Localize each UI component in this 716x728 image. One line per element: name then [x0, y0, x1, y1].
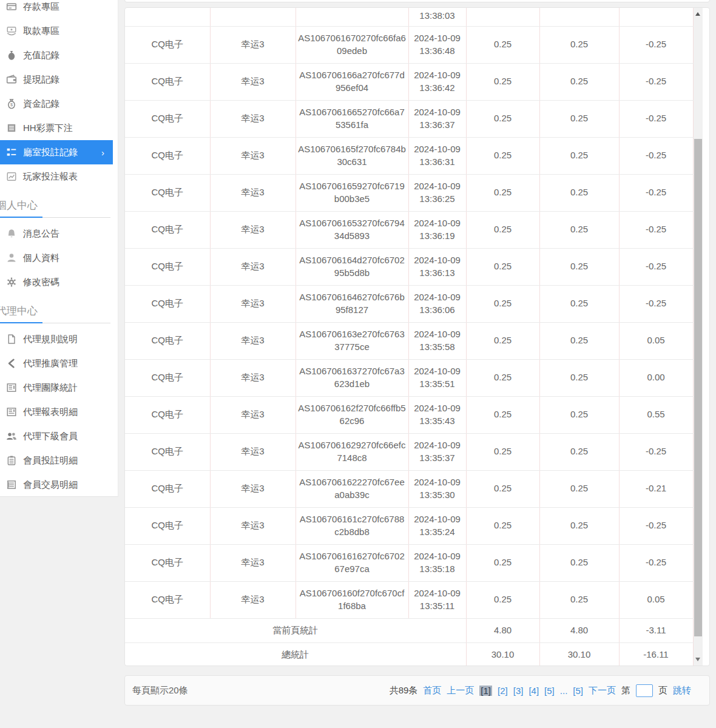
next-page-link[interactable]: 下一页 — [589, 685, 616, 696]
sidebar-sections: 個人中心消息公告個人資料修改密碼代理中心代理規則說明代理推廣管理代理團隊統計代理… — [0, 197, 118, 497]
sidebar-section-title: 個人中心 — [0, 197, 118, 214]
valid-bet-cell: 0.25 — [539, 544, 619, 581]
gear-icon — [6, 277, 17, 288]
bet-amount-cell: 0.25 — [466, 581, 539, 618]
summary-bet-cell: 30.10 — [466, 642, 539, 666]
sidebar-item[interactable]: 玩家投注報表 — [0, 164, 118, 189]
section-underline — [0, 217, 118, 218]
bell-icon — [6, 228, 17, 239]
bet-date: 2024-10-09 — [411, 402, 464, 414]
order-id-cell: AS1067061659270fc6719b00b3e5 — [296, 174, 408, 211]
sidebar-item[interactable]: 消息公告 — [0, 221, 118, 246]
vendor-cell: CQ电子 — [125, 248, 210, 285]
time-cell: 2024-10-0913:36:48 — [408, 26, 466, 63]
time-cell: 2024-10-0913:36:37 — [408, 100, 466, 137]
profit-cell — [619, 8, 693, 26]
bet-time: 13:36:37 — [411, 119, 464, 131]
time-cell: 2024-10-0913:36:19 — [408, 211, 466, 248]
sidebar-item[interactable]: $資金記錄 — [0, 92, 118, 116]
bet-date: 2024-10-09 — [411, 439, 464, 451]
profit-cell: -0.25 — [619, 174, 693, 211]
sidebar-item-label: 玩家投注報表 — [23, 171, 78, 183]
bet-amount-cell: 0.25 — [466, 63, 539, 100]
sidebar-item[interactable]: 提現記錄 — [0, 67, 118, 92]
page-number-link[interactable]: [5] — [544, 686, 555, 696]
vendor-cell: CQ电子 — [125, 174, 210, 211]
profit-cell: -0.25 — [619, 433, 693, 470]
time-cell: 2024-10-0913:36:42 — [408, 63, 466, 100]
page-number-link[interactable]: [3] — [513, 686, 524, 696]
sidebar-item[interactable]: 代理下級會員 — [0, 424, 118, 448]
bet-time: 13:35:37 — [411, 452, 464, 464]
sidebar-item[interactable]: 個人資料 — [0, 246, 118, 270]
sidebar-item-label: 充值記錄 — [23, 50, 59, 61]
page-number-link[interactable]: [2] — [498, 686, 508, 696]
pager: 共89条首页上一页[1][2][3][4][5]...[5]下一页第页跳转 — [390, 684, 691, 697]
page-number-link[interactable]: [4] — [529, 686, 539, 696]
first-page-link[interactable]: 首页 — [423, 685, 441, 696]
vendor-cell: CQ电子 — [125, 285, 210, 322]
profit-cell: 0.05 — [619, 581, 693, 618]
order-id-cell: AS1067061629270fc66efc7148c8 — [296, 433, 408, 470]
valid-bet-cell: 0.25 — [539, 470, 619, 507]
current-page-number[interactable]: [1] — [479, 686, 492, 696]
sidebar-item[interactable]: 存款專區 — [0, 0, 118, 19]
sidebar: 存款專區取款專區充值記錄提現記錄$資金記錄HH彩票下注廳室投註記錄›玩家投注報表… — [0, 0, 118, 497]
list-box-icon — [6, 479, 17, 490]
lottery-list-icon — [6, 123, 17, 133]
scrollbar-thumb[interactable] — [694, 139, 702, 636]
time-cell: 2024-10-0913:35:43 — [408, 396, 466, 433]
sidebar-item[interactable]: 會員投註明細 — [0, 448, 118, 473]
bet-records-panel: 13:38:03CQ电子幸运3AS1067061670270fc66fa609e… — [124, 7, 710, 666]
bet-date: 2024-10-09 — [411, 476, 464, 488]
time-cell: 2024-10-0913:35:51 — [408, 359, 466, 396]
game-cell — [210, 8, 296, 26]
last-page-number-link[interactable]: [5] — [573, 686, 583, 696]
jump-page-input[interactable] — [636, 684, 653, 697]
sidebar-item-label: 代理報表明細 — [23, 406, 78, 418]
order-id-cell: AS106706162f270fc66ffb562c96 — [296, 396, 408, 433]
sidebar-item[interactable]: 會員交易明細 — [0, 473, 118, 497]
game-cell: 幸运3 — [210, 100, 296, 137]
sidebar-item[interactable]: 取款專區 — [0, 19, 118, 43]
sidebar-item[interactable]: 代理團隊統計 — [0, 376, 118, 400]
person-icon — [6, 252, 17, 263]
sidebar-item[interactable]: 代理規則說明 — [0, 327, 118, 351]
people-icon — [6, 431, 17, 442]
profit-cell: -0.25 — [619, 63, 693, 100]
vendor-cell: CQ电子 — [125, 100, 210, 137]
sidebar-item[interactable]: 代理推廣管理 — [0, 351, 118, 376]
bet-time: 13:35:18 — [411, 563, 464, 575]
game-cell: 幸运3 — [210, 137, 296, 174]
profit-cell: -0.25 — [619, 248, 693, 285]
valid-bet-cell: 0.25 — [539, 396, 619, 433]
sidebar-item[interactable]: HH彩票下注 — [0, 116, 118, 140]
bet-amount-cell: 0.25 — [466, 174, 539, 211]
prev-page-link[interactable]: 上一页 — [447, 685, 474, 696]
page-ellipsis: ... — [560, 686, 568, 696]
summary-profit-cell: -3.11 — [619, 618, 693, 642]
profit-cell: -0.21 — [619, 470, 693, 507]
vendor-cell: CQ电子 — [125, 544, 210, 581]
table-row: CQ电子幸运3AS1067061622270fc67eea0ab39c2024-… — [125, 470, 693, 507]
jump-suffix-label: 页 — [658, 685, 667, 696]
bet-time: 13:36:42 — [411, 82, 464, 94]
scroll-up-button[interactable] — [694, 9, 703, 19]
sidebar-item[interactable]: 廳室投註記錄› — [0, 140, 113, 164]
sidebar-item-label: 會員交易明細 — [23, 479, 78, 491]
room-bets-tree-icon — [6, 147, 17, 158]
sidebar-item[interactable]: 充值記錄 — [0, 43, 118, 67]
valid-bet-cell: 0.25 — [539, 285, 619, 322]
bet-date: 2024-10-09 — [411, 217, 464, 229]
bet-amount-cell: 0.25 — [466, 433, 539, 470]
sidebar-item-label: 消息公告 — [23, 228, 59, 240]
jump-button[interactable]: 跳转 — [673, 685, 691, 696]
vendor-cell: CQ电子 — [125, 26, 210, 63]
table-scrollbar[interactable] — [694, 8, 703, 666]
sidebar-item[interactable]: 代理報表明細 — [0, 400, 118, 424]
time-cell: 2024-10-0913:35:37 — [408, 433, 466, 470]
vendor-cell — [125, 8, 210, 26]
scroll-down-button[interactable] — [694, 655, 703, 664]
sidebar-item[interactable]: 修改密碼 — [0, 270, 118, 294]
time-cell: 2024-10-0913:36:06 — [408, 285, 466, 322]
